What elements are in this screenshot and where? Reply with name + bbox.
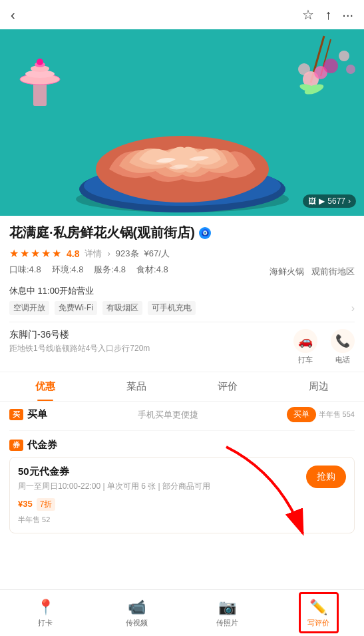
- star-5: ★: [52, 247, 61, 260]
- checkin-icon: 📍: [37, 599, 55, 616]
- voucher-section-header: 券 代金券: [9, 431, 355, 457]
- buy-half-year: 半年售 554: [319, 410, 355, 420]
- nav-write-review[interactable]: ✏️ 写评价: [273, 593, 364, 633]
- restaurant-info: 花满庭·私房鲜花火锅(观前街店) 🧿 ★ ★ ★ ★ ★ 4.8 详情 › 92…: [0, 216, 364, 372]
- star-icon[interactable]: ☆: [302, 7, 314, 23]
- svg-point-12: [339, 51, 349, 61]
- category-info: 海鲜火锅 观前街地区: [168, 266, 355, 278]
- address-actions: 🚗 打车 📞 电话: [293, 329, 355, 365]
- voucher-card[interactable]: 50元代金券 周一至周日10:00-22:00 | 单次可用 6 张 | 部分商…: [9, 457, 355, 533]
- highlight-border: [299, 592, 339, 633]
- nav-checkin[interactable]: 📍 打卡: [0, 593, 91, 633]
- stars: ★ ★ ★ ★ ★: [9, 247, 61, 260]
- sub-ratings-row: 口味:4.8 环境:4.8 服务:4.8 食材:4.8 海鲜火锅 观前街地区: [9, 264, 355, 280]
- rating-arrow: ›: [107, 248, 110, 258]
- nav-video[interactable]: 📹 传视频: [91, 593, 182, 633]
- category-text: 海鲜火锅: [270, 266, 304, 276]
- status-bar: ‹ ☆ ↑ ···: [0, 0, 364, 29]
- voucher-badge: 券: [9, 440, 23, 451]
- business-hours: 休息中 11:00开始营业: [9, 285, 355, 297]
- phone-action[interactable]: 📞 电话: [331, 329, 355, 365]
- taxi-label: 打车: [298, 355, 313, 365]
- buy-section: 买 买单 手机买单更便捷 买单 半年售 554: [9, 402, 355, 431]
- photo-upload-icon: 📷: [218, 599, 236, 616]
- meat-plate: [56, 83, 309, 216]
- more-icon[interactable]: ···: [342, 7, 353, 23]
- buy-action-badge[interactable]: 买单: [287, 407, 316, 422]
- rating-row: ★ ★ ★ ★ ★ 4.8 详情 › 923条 ¥67/人: [9, 247, 355, 260]
- address-info: 东脚门-36号楼 距地铁1号线临顿路站4号入口步行720m: [9, 329, 293, 354]
- address-sub: 距地铁1号线临顿路站4号入口步行720m: [9, 343, 293, 354]
- tab-reviews[interactable]: 评价: [182, 372, 273, 401]
- tab-menu[interactable]: 菜品: [91, 372, 182, 401]
- ingredient-rating: 食材:4.8: [136, 264, 168, 276]
- count-arrow: ›: [348, 196, 351, 206]
- voucher-bottom: 半年售 52: [18, 515, 346, 525]
- video-icon: ▶: [319, 196, 325, 206]
- share-icon[interactable]: ↑: [325, 7, 331, 23]
- amenity-smoking: 有吸烟区: [102, 301, 142, 315]
- svg-point-11: [323, 59, 338, 73]
- buy-section-label: 买 买单: [9, 408, 47, 421]
- buy-title: 买单: [27, 408, 47, 421]
- svg-point-10: [298, 63, 310, 75]
- svg-point-13: [346, 65, 355, 74]
- svg-point-5: [37, 59, 43, 65]
- tab-nearby[interactable]: 周边: [273, 372, 364, 401]
- taxi-action[interactable]: 🚗 打车: [293, 329, 317, 365]
- voucher-buy-button[interactable]: 抢购: [306, 466, 346, 488]
- count-text: 5677: [327, 196, 345, 206]
- star-2: ★: [20, 247, 29, 260]
- amenity-ac: 空调开放: [9, 301, 49, 315]
- rating-score: 4.8: [67, 248, 79, 259]
- star-4: ★: [41, 247, 51, 260]
- amenity-wifi: 免费Wi-Fi: [55, 301, 97, 315]
- voucher-name: 50元代金券: [18, 466, 306, 478]
- voucher-discount: 7折: [37, 498, 56, 511]
- voucher-title: 代金券: [27, 439, 57, 452]
- back-button[interactable]: ‹: [11, 7, 15, 23]
- star-3: ★: [31, 247, 40, 260]
- service-rating: 服务:4.8: [94, 264, 126, 276]
- amenities-arrow[interactable]: ›: [351, 302, 355, 314]
- voucher-top: 50元代金券 周一至周日10:00-22:00 | 单次可用 6 张 | 部分商…: [18, 466, 346, 511]
- voucher-half-year: 半年售 52: [18, 515, 50, 525]
- photo-icon: 🖼: [308, 196, 316, 206]
- photo-label: 传照片: [216, 618, 238, 628]
- buy-right: 买单 半年售 554: [287, 407, 355, 422]
- video-upload-icon: 📹: [128, 599, 146, 616]
- tab-deals[interactable]: 优惠: [0, 372, 91, 401]
- deals-section: 买 买单 手机买单更便捷 买单 半年售 554 券 代金券 50元代金券 周一至…: [0, 402, 364, 533]
- nav-photo[interactable]: 📷 传照片: [182, 593, 273, 633]
- rating-detail-link[interactable]: 详情: [85, 248, 102, 260]
- checkin-label: 打卡: [38, 618, 53, 628]
- address-section: 东脚门-36号楼 距地铁1号线临顿路站4号入口步行720m 🚗 打车 📞 电话: [9, 322, 355, 372]
- amenities-row: 空调开放 免费Wi-Fi 有吸烟区 可手机充电 ›: [9, 301, 355, 315]
- review-count: 923条: [116, 248, 139, 260]
- price-info: ¥67/人: [144, 248, 170, 260]
- voucher-desc: 周一至周日10:00-22:00 | 单次可用 6 张 | 部分商品可用: [18, 481, 306, 492]
- phone-label: 电话: [335, 355, 350, 365]
- restaurant-name: 花满庭·私房鲜花火锅(观前街店) 🧿: [9, 224, 355, 242]
- voucher-current-price: ¥35: [18, 496, 33, 510]
- image-count-badge[interactable]: 🖼 ▶ 5677 ›: [303, 194, 356, 208]
- voucher-info: 50元代金券 周一至周日10:00-22:00 | 单次可用 6 张 | 部分商…: [18, 466, 306, 511]
- amenity-charge: 可手机充电: [148, 301, 196, 315]
- video-label: 传视频: [126, 618, 148, 628]
- address-main: 东脚门-36号楼: [9, 329, 293, 341]
- verified-badge: 🧿: [199, 227, 211, 239]
- taste-rating: 口味:4.8: [9, 264, 41, 276]
- tabs-bar: 优惠 菜品 评价 周边: [0, 372, 364, 402]
- hero-image[interactable]: 🖼 ▶ 5677 ›: [0, 29, 364, 216]
- top-actions: ☆ ↑ ···: [302, 7, 353, 23]
- sub-ratings: 口味:4.8 环境:4.8 服务:4.8 食材:4.8: [9, 264, 168, 276]
- buy-description: 手机买单更便捷: [138, 409, 198, 421]
- env-rating: 环境:4.8: [52, 264, 84, 276]
- phone-icon: 📞: [331, 329, 355, 353]
- area-text: 观前街地区: [311, 266, 355, 276]
- bottom-nav: 📍 打卡 📹 传视频 📷 传照片 ✏️ 写评价: [0, 589, 364, 636]
- buy-badge: 买: [9, 409, 23, 420]
- voucher-price: ¥35 7折: [18, 496, 306, 511]
- star-1: ★: [9, 247, 19, 260]
- taxi-icon: 🚗: [293, 329, 317, 353]
